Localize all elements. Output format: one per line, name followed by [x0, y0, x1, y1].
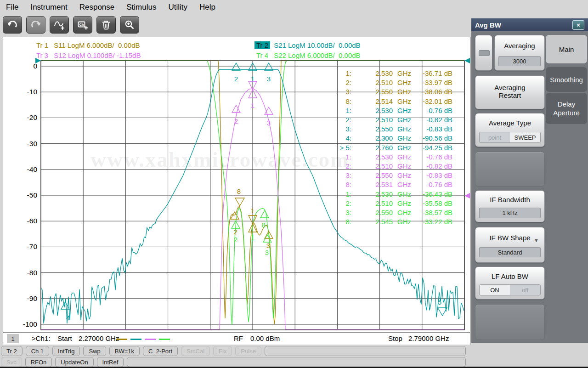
- if-bw-shape-button[interactable]: IF BW Shape ▼ Standard: [475, 227, 545, 263]
- marker-s12-2[interactable]: [232, 105, 240, 113]
- menu-bar: FileInstrumentResponseStimulusUtilityHel…: [0, 0, 588, 14]
- averaging-button[interactable]: Averaging 3000: [494, 35, 545, 71]
- vna-application: FileInstrumentResponseStimulusUtilityHel…: [0, 0, 588, 368]
- marker-readout: 2.550: [375, 209, 393, 216]
- panel-close-button[interactable]: ×: [572, 20, 584, 30]
- row2-spacer: [127, 357, 466, 367]
- marker-s12-2-label: 2: [234, 117, 238, 125]
- marker-readout: -33.22 dB: [423, 218, 452, 226]
- marker-readout: GHz: [397, 116, 411, 124]
- status-row-2: SvcRFOnUpdateOnIntRef: [1, 357, 466, 367]
- marker-readout: GHz: [397, 199, 411, 207]
- if-bw-shape-value[interactable]: Standard: [479, 247, 541, 258]
- plot-area[interactable]: www.xahxmicrowave.com81232183123213451:2…: [3, 37, 470, 332]
- menu-response[interactable]: Response: [74, 3, 121, 12]
- lf-auto-bw-label: LF Auto BW: [475, 272, 544, 280]
- status-button-intref[interactable]: IntRef: [97, 357, 124, 367]
- y-axis-tick: -60: [27, 217, 38, 225]
- ref-level-arrow-s12[interactable]: [464, 193, 470, 198]
- channel-status-bar: 1 >Ch1: Start 2.27000 GHz RF 0.00 dBm St…: [3, 332, 470, 345]
- averaging-toggle-indicator: [479, 50, 490, 56]
- status-button-svc: Svc: [1, 357, 22, 367]
- tab-delay-aperture[interactable]: Delay Aperture: [546, 93, 587, 124]
- averaging-restart-button[interactable]: Averaging Restart: [475, 75, 545, 109]
- close-icon: ×: [577, 22, 580, 28]
- status-button-fix: Fix: [213, 346, 232, 356]
- menu-help[interactable]: Help: [193, 3, 221, 12]
- legend-dash-s21: [130, 339, 141, 340]
- status-button-bw-1k[interactable]: BW=1k: [109, 346, 140, 356]
- lf-auto-bw-off-option[interactable]: off: [510, 285, 540, 295]
- status-button-rfon[interactable]: RFOn: [25, 357, 52, 367]
- averaging-toggle-button[interactable]: [475, 35, 492, 71]
- marker-readout: GHz: [397, 181, 411, 188]
- marker-readout: 1:: [345, 190, 351, 198]
- marker-s11-2[interactable]: [231, 212, 239, 219]
- average-type-sweep-option[interactable]: SWEEP: [510, 132, 540, 142]
- redo-button: [26, 16, 45, 34]
- marker-s11-1-label: 1: [251, 207, 254, 215]
- status-button-swp[interactable]: Swp: [83, 346, 106, 356]
- ref-level-arrow-s21[interactable]: [35, 58, 41, 63]
- legend-dash-s22: [159, 339, 170, 340]
- panel-header: Avg BW ×: [471, 18, 588, 31]
- marker-s12-1-label: 1: [251, 102, 254, 109]
- averaging-value[interactable]: 3000: [498, 56, 541, 67]
- delete-button[interactable]: [96, 16, 116, 34]
- tab-delay-aperture-label: Delay Aperture: [550, 100, 583, 117]
- menu-utility[interactable]: Utility: [162, 3, 193, 12]
- y-axis-tick: -100: [23, 320, 37, 328]
- add-channel-button[interactable]: Ch: [73, 16, 92, 34]
- marker-readout: 3:: [345, 125, 351, 133]
- marker-s21-4-label: 4: [66, 314, 70, 322]
- average-type-point-option[interactable]: point: [480, 132, 510, 142]
- zoom-in-icon: [124, 19, 136, 30]
- status-button-c-2-port[interactable]: C 2-Port: [143, 346, 178, 356]
- stop-value: 2.79000 GHz: [408, 334, 449, 342]
- status-button-tr-2[interactable]: Tr 2: [1, 346, 23, 356]
- marker-readout: 8:: [345, 218, 351, 226]
- marker-readout: 2.514: [375, 97, 393, 105]
- ref-level-arrow-s21[interactable]: [464, 58, 470, 63]
- lf-auto-bw-on-option[interactable]: ON: [480, 285, 510, 295]
- panel-title: Avg BW: [475, 21, 501, 29]
- avg-bw-panel: Avg BW × Averaging 3000 Averaging Restar…: [471, 18, 588, 343]
- channel-window[interactable]: www.xahxmicrowave.com81232183123213451:2…: [3, 37, 470, 345]
- averaging-restart-label: Averaging Restart: [487, 84, 533, 99]
- if-bandwidth-button[interactable]: IF Bandwidth 1 kHz: [475, 190, 545, 222]
- marker-s22-8[interactable]: [260, 210, 269, 218]
- watermark-text: www.xahxmicrowave.com: [90, 147, 349, 171]
- tab-smoothing[interactable]: Smoothing: [546, 67, 587, 92]
- marker-readout: -90.56 dB: [423, 134, 452, 142]
- lf-auto-bw-toggle[interactable]: ON off: [479, 284, 541, 295]
- status-button-ch-1[interactable]: Ch 1: [26, 346, 49, 356]
- status-button-updateon[interactable]: UpdateOn: [55, 357, 93, 367]
- zoom-in-button[interactable]: [120, 16, 139, 34]
- stop-label: Stop: [388, 334, 402, 342]
- legend-dash-s11: [116, 339, 127, 340]
- channel-number-box[interactable]: 1: [7, 334, 19, 343]
- if-bandwidth-label: IF Bandwidth: [475, 196, 544, 204]
- average-type-toggle[interactable]: point SWEEP: [479, 132, 541, 143]
- if-bandwidth-value[interactable]: 1 kHz: [479, 208, 541, 218]
- tab-main[interactable]: Main: [546, 35, 587, 63]
- marker-readout: 2.300: [375, 134, 393, 142]
- lf-auto-bw-button[interactable]: LF Auto BW ON off: [475, 266, 545, 300]
- marker-readout: GHz: [397, 97, 411, 105]
- start-value: 2.27000 GHz: [79, 334, 119, 342]
- menu-instrument[interactable]: Instrument: [24, 3, 73, 12]
- marker-s11-8[interactable]: [235, 198, 244, 206]
- legend-dash-s12: [145, 339, 156, 340]
- marker-readout: 1:: [345, 153, 351, 161]
- marker-readout: 3:: [345, 88, 351, 96]
- status-button-inttrig[interactable]: IntTrig: [52, 346, 80, 356]
- marker-readout: GHz: [397, 190, 411, 198]
- add-trace-button[interactable]: [50, 16, 69, 34]
- menu-stimulus[interactable]: Stimulus: [120, 3, 162, 12]
- status-button-pulse: Pulse: [235, 346, 261, 356]
- menu-file[interactable]: File: [0, 3, 24, 12]
- average-type-button[interactable]: Average Type point SWEEP: [475, 113, 545, 147]
- undo-button[interactable]: [3, 16, 22, 34]
- marker-readout: -0.76 dB: [426, 107, 452, 114]
- marker-s22-1-label: 1: [251, 233, 254, 241]
